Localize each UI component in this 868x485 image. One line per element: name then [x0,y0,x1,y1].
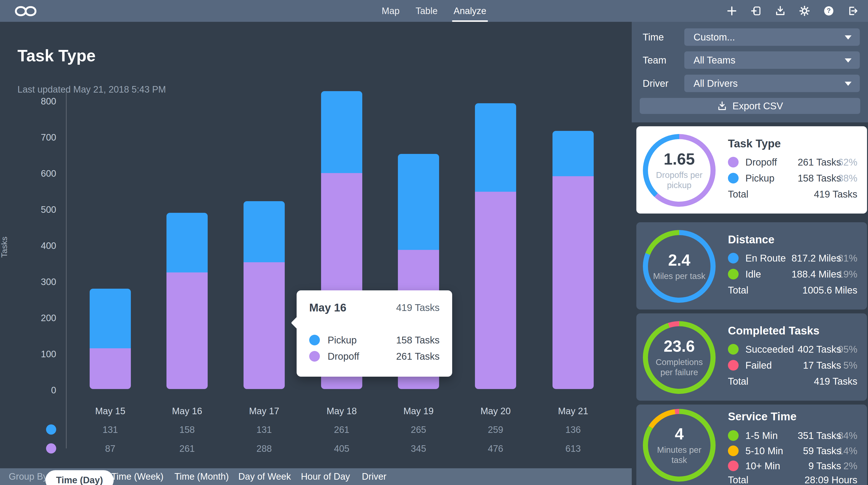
total-label: Total [728,284,748,296]
x-label-may17: May 17 [232,406,296,416]
tooltip-row-label: Pickup [328,335,357,345]
metric-card-service-time[interactable]: 4Minutes per taskService Time1-5 Min351 … [636,404,867,485]
y-tick-100: 100 [18,349,56,359]
dropoff-value: 261 [156,444,219,454]
bar-may21-pickup[interactable] [553,131,594,177]
metric-card-completed-tasks[interactable]: 23.6Completions per failureCompleted Tas… [636,313,867,401]
legend-dot [728,173,739,183]
metric-value: 2.4 [668,251,690,269]
import-task-icon[interactable] [750,5,762,17]
pickup-value: 158 [156,425,219,435]
y-tick-300: 300 [18,277,56,287]
card-row-total: Total419 Tasks [728,188,857,200]
card-row-total: Total28:09 Hours [728,474,857,485]
pickup-value: 261 [310,425,373,435]
dropoff-value: 345 [387,444,450,454]
analytics-sidebar: TimeCustom...TeamAll TeamsDriverAll Driv… [632,22,868,485]
bar-may15-pickup[interactable] [90,289,131,348]
legend-dot [728,460,739,471]
total-label: Total [728,474,748,485]
logout-icon[interactable] [847,5,859,17]
filter-label-driver: Driver [643,74,669,92]
group-by-option-day-of-week[interactable]: Day of Week [239,468,291,485]
y-tick-200: 200 [18,313,56,323]
y-tick-800: 800 [18,96,56,106]
bar-may20-dropoff[interactable] [475,192,516,389]
legend-dot [728,430,739,441]
group-by-option-time-day-[interactable]: Time (Day) [45,470,114,485]
chart-tooltip: May 16 419 Tasks Pickup158 TasksDropoff2… [297,291,452,377]
gear-icon[interactable] [799,5,810,17]
tab-map[interactable]: Map [382,0,400,22]
card-row-dropoff: Dropoff261 Tasks62% [728,157,857,168]
card-title: Task Type [728,137,781,150]
metric-card-task-type[interactable]: 1.65Dropoffs per pickupTask TypeDropoff2… [636,126,867,214]
download-icon[interactable] [774,5,786,17]
help-icon[interactable]: ? [823,5,835,17]
bar-may21-dropoff[interactable] [553,176,594,389]
filter-select-time[interactable]: Custom... [684,28,860,46]
dropoff-value: 613 [541,444,604,454]
card-row-idle: Idle188.4 Miles19% [728,269,857,280]
row-label: En Route [745,252,786,264]
group-by-option-time-week-[interactable]: Time (Week) [111,468,163,485]
export-csv-label: Export CSV [733,100,783,112]
metric-value: 4 [675,425,684,442]
bar-may15-dropoff[interactable] [90,348,131,389]
metric-caption: Miles per task [653,271,706,281]
tab-table[interactable]: Table [415,0,438,22]
y-tick-400: 400 [18,241,56,251]
y-tick-600: 600 [18,169,56,178]
card-row-10-min: 10+ Min9 Tasks2% [728,460,857,472]
bar-may16-pickup[interactable] [166,213,208,272]
row-percent: 81% [838,252,857,264]
pickup-value: 131 [232,425,296,435]
row-value: 261 Tasks [798,157,841,168]
group-by-option-hour-of-day[interactable]: Hour of Day [301,468,350,485]
filter-row-time: TimeCustom... [632,28,868,46]
pickup-legend-dot [46,424,56,434]
tooltip-row-pickup: Pickup158 Tasks [309,334,440,346]
metric-card-distance[interactable]: 2.4Miles per taskDistanceEn Route817.2 M… [636,222,867,309]
filter-select-team[interactable]: All Teams [684,51,860,69]
metric-value: 23.6 [664,338,695,355]
row-value: 9 Tasks [808,460,841,472]
export-csv-button[interactable]: Export CSV [640,98,860,114]
tab-analyze[interactable]: Analyze [454,0,486,22]
bar-may20-pickup[interactable] [475,103,516,192]
tooltip-row-value: 261 Tasks [396,351,440,362]
group-by-option-driver[interactable]: Driver [362,468,386,485]
metric-caption: Minutes per task [653,445,706,465]
tooltip-row-value: 158 Tasks [396,335,440,345]
bar-may16-dropoff[interactable] [166,272,208,389]
row-label: Failed [745,360,772,371]
group-by-option-time-month-[interactable]: Time (Month) [175,468,229,485]
row-value: 188.4 Miles [792,269,841,280]
pickup-dot [309,335,320,345]
card-title: Service Time [728,410,797,423]
filter-selected-value: All Teams [693,51,736,69]
row-value: 158 Tasks [798,173,841,184]
row-value: 402 Tasks [798,344,841,355]
donut-ring: 23.6Completions per failure [643,321,716,394]
row-percent: 62% [838,157,857,168]
bar-may18-pickup[interactable] [321,91,362,173]
onfleet-logo-infinity-icon[interactable] [10,2,42,21]
card-row-en-route: En Route817.2 Miles81% [728,252,857,264]
x-label-may21: May 21 [541,406,604,416]
bar-may19-pickup[interactable] [398,154,439,250]
card-row-total: Total419 Tasks [728,376,857,387]
y-axis-label: Tasks [0,237,9,257]
row-percent: 95% [838,344,857,355]
top-nav-bar: MapTableAnalyze ? [0,0,868,22]
row-percent: 19% [838,269,857,280]
chevron-down-icon [845,82,851,86]
total-value: 419 Tasks [814,376,857,387]
group-by-label: Group By [9,468,48,485]
bar-may17-dropoff[interactable] [244,262,285,389]
y-tick-700: 700 [18,132,56,142]
filter-select-driver[interactable]: All Drivers [684,74,860,92]
bar-may17-pickup[interactable] [244,201,285,262]
card-row-total: Total1005.6 Miles [728,284,857,296]
add-icon[interactable] [726,5,738,17]
